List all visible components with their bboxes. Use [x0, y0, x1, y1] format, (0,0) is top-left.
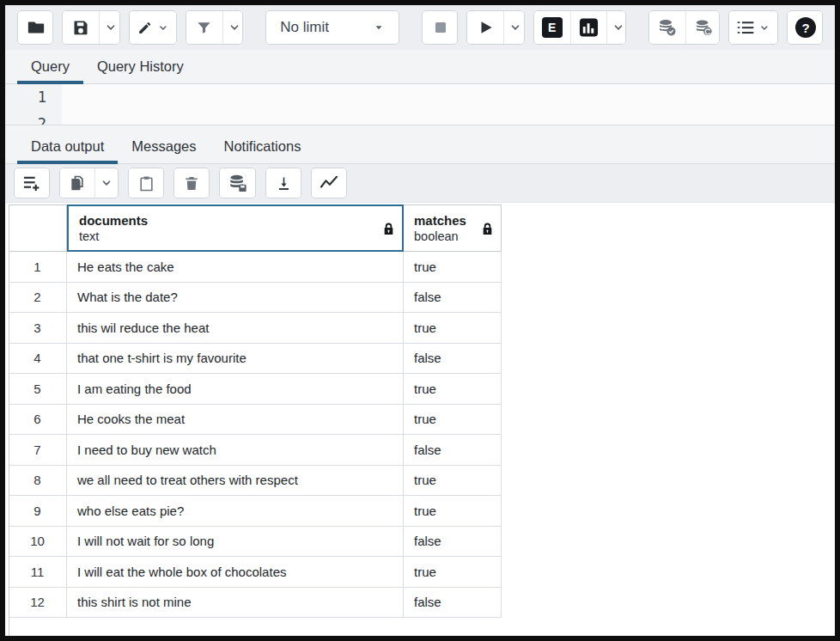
table-row: 7I need to buy new watchfalse — [9, 435, 502, 466]
filter-dropdown-button[interactable] — [222, 11, 244, 44]
row-number-cell[interactable]: 9 — [9, 496, 67, 527]
sql-editor[interactable]: 1 2 SELECT documents, documents ILIKE '%… — [5, 84, 835, 125]
row-number-cell[interactable]: 10 — [9, 527, 67, 558]
documents-cell[interactable]: who else eats pie? — [67, 496, 404, 527]
table-row: 8we all need to treat others with respec… — [9, 466, 502, 497]
row-number-cell[interactable]: 8 — [9, 466, 67, 497]
documents-cell[interactable]: I will not wait for so long — [67, 527, 404, 558]
dropdown-arrow-icon — [373, 21, 385, 34]
rollback-button[interactable] — [685, 11, 720, 44]
commit-button[interactable] — [649, 11, 685, 44]
matches-cell[interactable]: true — [404, 252, 502, 283]
query-tool-window: No limit E — [0, 0, 840, 641]
tab-notifications-label: Notifications — [224, 138, 301, 154]
documents-cell[interactable]: I am eating the food — [67, 374, 404, 405]
execute-button[interactable] — [467, 11, 503, 44]
open-file-button[interactable] — [18, 11, 53, 44]
table-row: 10I will not wait for so longfalse — [9, 527, 502, 558]
sql-code-area[interactable]: SELECT documents, documents ILIKE '%eat%… — [62, 84, 835, 125]
documents-cell[interactable]: we all need to treat others with respect — [67, 466, 404, 497]
documents-cell[interactable]: I need to buy new watch — [67, 435, 404, 466]
explain-button[interactable]: E — [534, 11, 570, 44]
matches-cell[interactable]: false — [404, 435, 502, 466]
row-number-cell[interactable]: 7 — [9, 435, 67, 466]
row-number-cell[interactable]: 4 — [9, 344, 67, 375]
documents-cell[interactable]: this wil reduce the heat — [67, 313, 404, 344]
download-button[interactable] — [266, 168, 301, 198]
table-row: 9who else eats pie?true — [9, 496, 502, 527]
documents-cell[interactable]: this shirt is not mine — [67, 588, 404, 619]
row-number-cell[interactable]: 1 — [9, 252, 67, 283]
row-limit-value: No limit — [280, 19, 329, 36]
save-icon — [72, 19, 89, 36]
results-toolbar — [5, 164, 835, 203]
paste-button[interactable] — [129, 168, 163, 198]
row-number-cell[interactable]: 3 — [9, 313, 67, 344]
matches-cell[interactable]: true — [404, 496, 502, 527]
matches-cell[interactable]: false — [404, 283, 502, 314]
chart-button[interactable] — [312, 168, 346, 198]
execute-icon — [478, 20, 493, 35]
main-toolbar: No limit E — [5, 5, 835, 50]
row-number-cell[interactable]: 12 — [9, 588, 67, 619]
table-row: 5I am eating the foodtrue — [9, 374, 502, 405]
chart-icon — [320, 175, 338, 191]
delete-button[interactable] — [174, 168, 209, 198]
grid-header-row: documents text matches boolean — [9, 205, 502, 252]
select-all-header-cell[interactable] — [9, 205, 67, 252]
matches-cell[interactable]: true — [404, 405, 502, 436]
matches-cell[interactable]: false — [404, 588, 502, 619]
save-dropdown-button[interactable] — [99, 11, 120, 44]
copy-button[interactable] — [60, 168, 94, 198]
documents-cell[interactable]: What is the date? — [67, 283, 404, 314]
edit-button[interactable] — [130, 11, 176, 44]
output-tabbar: Data output Messages Notifications — [5, 125, 835, 164]
execute-dropdown-button[interactable] — [503, 11, 525, 44]
documents-cell[interactable]: He cooks the meat — [67, 405, 404, 436]
matches-cell[interactable]: true — [404, 466, 502, 497]
tab-query[interactable]: Query — [17, 58, 83, 83]
add-row-button[interactable] — [15, 168, 49, 198]
filter-icon — [196, 20, 212, 36]
documents-cell[interactable]: I will eat the whole box of chocolates — [67, 557, 404, 588]
tab-data-output[interactable]: Data output — [17, 138, 118, 163]
stop-button[interactable] — [423, 11, 458, 44]
save-button[interactable] — [63, 11, 99, 44]
tab-query-history[interactable]: Query History — [83, 58, 198, 83]
save-data-button[interactable] — [220, 168, 255, 198]
column-header-matches[interactable]: matches boolean — [404, 205, 502, 252]
tab-notifications[interactable]: Notifications — [210, 138, 315, 163]
explain-analyze-button[interactable] — [570, 11, 606, 44]
data-output-panel: documents text matches boolean 1He eats … — [5, 203, 835, 636]
documents-cell[interactable]: He eats the cake — [67, 252, 404, 283]
explain-letter: E — [548, 21, 556, 34]
matches-cell[interactable]: true — [404, 374, 502, 405]
matches-cell[interactable]: true — [404, 557, 502, 588]
row-number-cell[interactable]: 11 — [9, 557, 67, 588]
macros-button[interactable] — [729, 11, 777, 44]
column-header-documents[interactable]: documents text — [67, 205, 404, 252]
matches-cell[interactable]: false — [404, 344, 502, 375]
row-number-cell[interactable]: 2 — [9, 283, 67, 314]
filter-button[interactable] — [186, 11, 222, 44]
explain-dropdown-button[interactable] — [606, 11, 626, 44]
help-button[interactable]: ? — [788, 11, 823, 44]
tab-messages[interactable]: Messages — [118, 138, 210, 163]
row-number-cell[interactable]: 5 — [9, 374, 67, 405]
line-number: 1 — [5, 84, 46, 111]
lock-icon — [482, 222, 493, 235]
matches-cell[interactable]: true — [404, 313, 502, 344]
column-type: text — [79, 229, 402, 245]
matches-cell[interactable]: false — [404, 527, 502, 558]
row-number-cell[interactable]: 6 — [9, 405, 67, 436]
help-icon: ? — [795, 17, 816, 38]
explain-analyze-icon — [579, 17, 599, 38]
add-row-icon — [22, 174, 41, 192]
copy-dropdown-button[interactable] — [94, 168, 118, 198]
paste-icon — [138, 175, 155, 192]
documents-cell[interactable]: that one t-shirt is my favourite — [67, 344, 404, 375]
table-row: 11I will eat the whole box of chocolates… — [9, 557, 502, 588]
explain-icon: E — [542, 17, 563, 38]
chevron-down-icon — [759, 22, 770, 34]
row-limit-select[interactable]: No limit — [266, 11, 399, 44]
